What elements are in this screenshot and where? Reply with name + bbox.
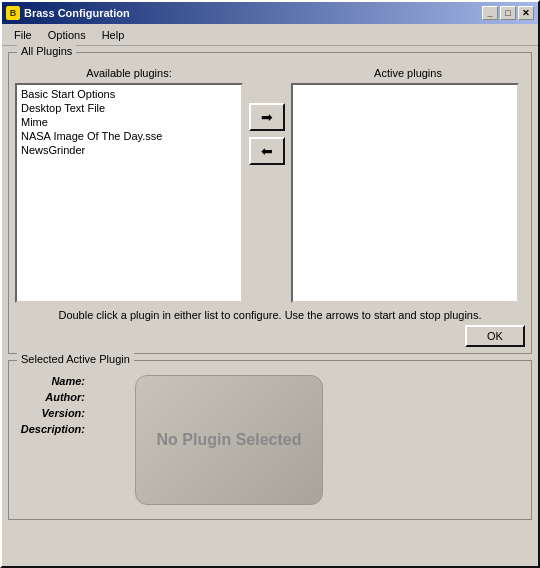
maximize-button[interactable]: □ xyxy=(500,6,516,20)
description-row: Description: xyxy=(15,423,125,435)
title-bar: B Brass Configuration _ □ ✕ xyxy=(2,2,538,24)
ok-button[interactable]: OK xyxy=(465,325,525,347)
menu-file[interactable]: File xyxy=(6,27,40,43)
selected-plugin-legend: Selected Active Plugin xyxy=(17,353,134,365)
list-item[interactable]: Mime xyxy=(19,115,239,129)
move-left-button[interactable]: ⬅ xyxy=(249,137,285,165)
hint-text: Double click a plugin in either list to … xyxy=(15,309,525,321)
no-plugin-box: No Plugin Selected xyxy=(135,375,323,505)
author-label: Author: xyxy=(15,391,85,403)
list-item[interactable]: NASA Image Of The Day.sse xyxy=(19,129,239,143)
version-label: Version: xyxy=(15,407,85,419)
name-label: Name: xyxy=(15,375,85,387)
selected-plugin-content: Name: Author: Version: Description: xyxy=(15,375,525,505)
main-content: All Plugins Available plugins: Basic Sta… xyxy=(2,46,538,526)
description-label: Description: xyxy=(15,423,85,435)
plugins-row: Available plugins: Basic Start Options D… xyxy=(15,67,525,303)
available-plugins-col: Available plugins: Basic Start Options D… xyxy=(15,67,243,303)
no-plugin-text: No Plugin Selected xyxy=(157,431,302,449)
all-plugins-group: All Plugins Available plugins: Basic Sta… xyxy=(8,52,532,354)
minimize-button[interactable]: _ xyxy=(482,6,498,20)
app-icon: B xyxy=(6,6,20,20)
ok-row: OK xyxy=(15,325,525,347)
title-bar-buttons: _ □ ✕ xyxy=(482,6,534,20)
version-row: Version: xyxy=(15,407,125,419)
window-frame: B Brass Configuration _ □ ✕ File Options… xyxy=(0,0,540,568)
close-button[interactable]: ✕ xyxy=(518,6,534,20)
available-plugins-label: Available plugins: xyxy=(15,67,243,79)
all-plugins-legend: All Plugins xyxy=(17,45,76,57)
author-row: Author: xyxy=(15,391,125,403)
menu-options[interactable]: Options xyxy=(40,27,94,43)
arrow-right-icon: ➡ xyxy=(261,109,273,125)
active-plugins-col: Active plugins xyxy=(291,67,525,303)
list-item[interactable]: Desktop Text File xyxy=(19,101,239,115)
list-item[interactable]: NewsGrinder xyxy=(19,143,239,157)
arrows-col: ➡ ⬅ xyxy=(249,103,285,165)
move-right-button[interactable]: ➡ xyxy=(249,103,285,131)
name-row: Name: xyxy=(15,375,125,387)
arrow-left-icon: ⬅ xyxy=(261,143,273,159)
selected-plugin-group: Selected Active Plugin Name: Author: Ver… xyxy=(8,360,532,520)
menu-help[interactable]: Help xyxy=(94,27,133,43)
window-title: Brass Configuration xyxy=(24,7,478,19)
active-plugins-label: Active plugins xyxy=(291,67,525,79)
active-plugins-list[interactable] xyxy=(291,83,519,303)
available-plugins-list[interactable]: Basic Start Options Desktop Text File Mi… xyxy=(15,83,243,303)
menu-bar: File Options Help xyxy=(2,24,538,46)
list-item[interactable]: Basic Start Options xyxy=(19,87,239,101)
plugin-info: Name: Author: Version: Description: xyxy=(15,375,125,435)
